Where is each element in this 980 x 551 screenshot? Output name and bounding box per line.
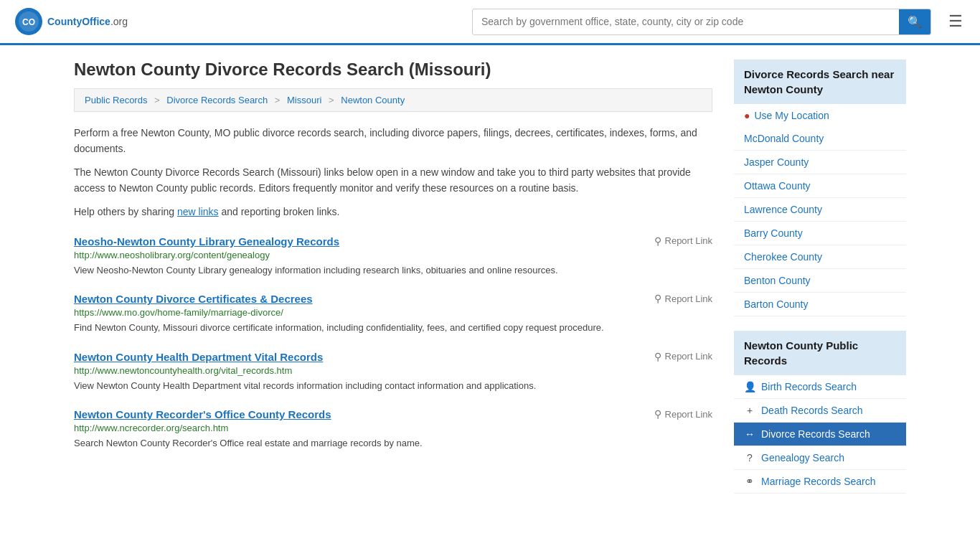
logo-icon: CO xyxy=(14,7,43,36)
result-3-url[interactable]: http://www.newtoncountyhealth.org/vital_… xyxy=(74,365,712,376)
nearby-section: Divorce Records Search near Newton Count… xyxy=(734,60,906,316)
content-area: Newton County Divorce Records Search (Mi… xyxy=(74,60,712,508)
result-item-4: Newton County Recorder's Office County R… xyxy=(74,408,712,451)
result-item-1: Neosho-Newton County Library Genealogy R… xyxy=(74,235,712,278)
result-4-title[interactable]: Newton County Recorder's Office County R… xyxy=(74,408,331,420)
use-location-link[interactable]: Use My Location xyxy=(754,110,829,121)
cross-icon: + xyxy=(744,405,755,416)
breadcrumb: Public Records > Divorce Records Search … xyxy=(74,88,712,112)
breadcrumb-link-divorce-records[interactable]: Divorce Records Search xyxy=(166,95,268,105)
arrows-icon: ↔ xyxy=(744,428,755,440)
result-3-title[interactable]: Newton County Health Department Vital Re… xyxy=(74,351,323,363)
result-1-desc: View Neosho-Newton County Library geneal… xyxy=(74,263,712,278)
use-location-item[interactable]: ● Use My Location xyxy=(734,104,906,127)
new-links-link[interactable]: new links xyxy=(177,206,219,217)
report-icon-1: ⚲ xyxy=(654,235,661,247)
sidebar-item-mcdonald[interactable]: McDonald County xyxy=(734,127,906,151)
sidebar-item-ottawa[interactable]: Ottawa County xyxy=(734,174,906,198)
result-2-desc: Find Newton County, Missouri divorce cer… xyxy=(74,321,712,335)
sidebar-item-cherokee[interactable]: Cherokee County xyxy=(734,245,906,269)
search-bar: 🔍 xyxy=(472,9,931,35)
svg-text:CO: CO xyxy=(22,17,35,27)
sidebar-item-birth-records[interactable]: 👤 Birth Records Search xyxy=(734,375,906,399)
result-1-url[interactable]: http://www.neosholibrary.org/content/gen… xyxy=(74,250,712,260)
breadcrumb-link-public-records[interactable]: Public Records xyxy=(85,95,147,105)
sidebar: Divorce Records Search near Newton Count… xyxy=(734,60,906,508)
public-records-section: Newton County Public Records 👤 Birth Rec… xyxy=(734,331,906,494)
result-item-3: Newton County Health Department Vital Re… xyxy=(74,351,712,393)
sidebar-item-benton[interactable]: Benton County xyxy=(734,269,906,293)
description-2: The Newton County Divorce Records Search… xyxy=(74,164,712,197)
description-1: Perform a free Newton County, MO public … xyxy=(74,125,712,157)
person-icon: 👤 xyxy=(744,381,755,392)
report-icon-4: ⚲ xyxy=(654,408,661,420)
result-2-url[interactable]: https://www.mo.gov/home-family/marriage-… xyxy=(74,307,712,318)
sidebar-item-jasper[interactable]: Jasper County xyxy=(734,151,906,174)
sidebar-item-barton[interactable]: Barton County xyxy=(734,293,906,316)
public-records-header: Newton County Public Records xyxy=(734,331,906,375)
sidebar-item-marriage-records[interactable]: ⚭ Marriage Records Search xyxy=(734,470,906,494)
breadcrumb-link-newton-county[interactable]: Newton County xyxy=(341,95,405,105)
result-1-title[interactable]: Neosho-Newton County Library Genealogy R… xyxy=(74,235,339,248)
logo-link[interactable]: CO CountyOffice.org xyxy=(14,7,128,36)
search-button[interactable]: 🔍 xyxy=(899,9,930,34)
search-input[interactable] xyxy=(473,10,899,33)
logo-name: CountyOffice xyxy=(47,16,110,27)
report-link-3[interactable]: ⚲ Report Link xyxy=(654,351,712,362)
rings-icon: ⚭ xyxy=(744,476,755,487)
sidebar-item-lawrence[interactable]: Lawrence County xyxy=(734,198,906,222)
result-4-desc: Search Newton County Recorder's Office r… xyxy=(74,436,712,451)
result-3-desc: View Newton County Health Department vit… xyxy=(74,379,712,393)
hamburger-menu-button[interactable]: ☰ xyxy=(946,9,966,34)
result-4-url[interactable]: http://www.ncrecorder.org/search.htm xyxy=(74,423,712,433)
sidebar-item-death-records[interactable]: + Death Records Search xyxy=(734,399,906,423)
report-icon-3: ⚲ xyxy=(654,351,661,362)
report-link-2[interactable]: ⚲ Report Link xyxy=(654,293,712,304)
sidebar-item-divorce-records[interactable]: ↔ Divorce Records Search xyxy=(734,423,906,446)
site-header: CO CountyOffice.org 🔍 ☰ xyxy=(0,0,980,45)
logo-text: CountyOffice.org xyxy=(47,16,128,27)
report-link-1[interactable]: ⚲ Report Link xyxy=(654,235,712,247)
sidebar-item-genealogy-search[interactable]: ? Genealogy Search xyxy=(734,446,906,470)
result-item-2: Newton County Divorce Certificates & Dec… xyxy=(74,293,712,335)
description-3: Help others by sharing new links and rep… xyxy=(74,204,712,220)
nearby-section-header: Divorce Records Search near Newton Count… xyxy=(734,60,906,104)
sidebar-item-barry[interactable]: Barry County xyxy=(734,222,906,245)
question-icon: ? xyxy=(744,452,755,463)
logo-suffix: .org xyxy=(110,16,128,27)
main-container: Newton County Divorce Records Search (Mi… xyxy=(60,45,920,522)
report-link-4[interactable]: ⚲ Report Link xyxy=(654,408,712,420)
report-icon-2: ⚲ xyxy=(654,293,661,304)
result-2-title[interactable]: Newton County Divorce Certificates & Dec… xyxy=(74,293,313,305)
breadcrumb-link-missouri[interactable]: Missouri xyxy=(287,95,321,105)
page-title: Newton County Divorce Records Search (Mi… xyxy=(74,60,712,80)
location-pin-icon: ● xyxy=(744,110,750,121)
